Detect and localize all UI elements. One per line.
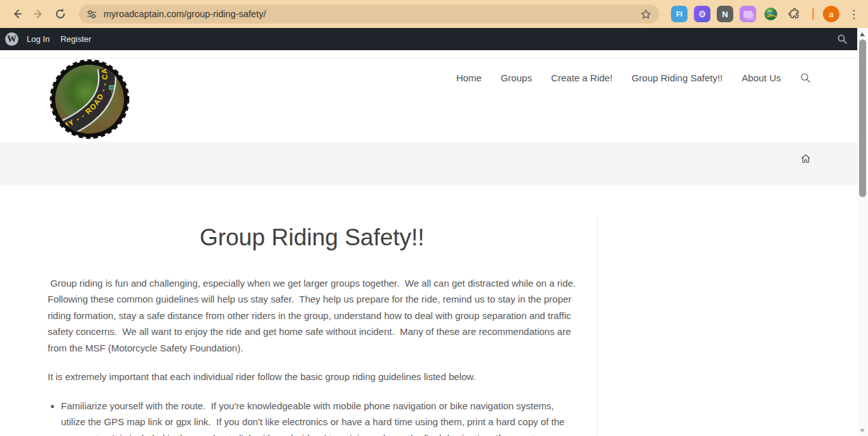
reload-button[interactable] <box>50 3 71 25</box>
breadcrumb-bar <box>0 142 868 185</box>
breadcrumb-home-link[interactable] <box>801 154 811 163</box>
scroll-up-arrow-icon[interactable] <box>860 32 865 36</box>
notion-icon: N <box>722 10 728 19</box>
extensions-area: FI ⚙ N a ⋮ <box>671 5 862 23</box>
guidelines-list: Familiarize yourself with the route. If … <box>48 398 576 436</box>
extension-download-manager[interactable] <box>763 6 779 22</box>
search-icon <box>800 72 811 83</box>
gear-icon: ⚙ <box>698 9 707 19</box>
sidebar <box>597 217 868 435</box>
globe-download-icon <box>763 6 778 22</box>
login-link[interactable]: Log In <box>27 34 50 44</box>
register-link[interactable]: Register <box>60 34 91 44</box>
back-button[interactable] <box>6 3 28 25</box>
site-search-button[interactable] <box>800 72 811 83</box>
importance-paragraph: It is extremely important that each indi… <box>48 369 576 385</box>
toolbar-divider <box>812 8 814 20</box>
extension-fonts-ninja[interactable]: FI <box>671 6 688 22</box>
forward-button[interactable] <box>28 3 50 25</box>
profile-initial: a <box>829 10 833 19</box>
browser-window: myroadcaptain.com/group-riding-safety/ F… <box>0 0 868 436</box>
admin-search-button[interactable] <box>837 34 848 44</box>
address-bar[interactable]: myroadcaptain.com/group-riding-safety/ <box>79 4 660 24</box>
puzzle-extensions-icon <box>787 7 801 21</box>
extensions-menu-button[interactable] <box>785 5 803 23</box>
reload-icon <box>54 8 67 20</box>
site-logo[interactable]: MY - - ROAD - - CAPTAIN <box>50 59 130 139</box>
article-content: Group Riding Safety!! Group riding is fu… <box>0 217 597 435</box>
site-header: MY - - ROAD - - CAPTAIN Home Groups Crea… <box>0 58 868 142</box>
main-navigation: Home Groups Create a Ride! Group Riding … <box>456 72 811 83</box>
scroll-down-arrow-icon[interactable] <box>860 429 865 433</box>
intro-paragraph: Group riding is fun and challenging, esp… <box>48 275 576 357</box>
browser-toolbar: myroadcaptain.com/group-riding-safety/ F… <box>0 0 868 28</box>
home-icon <box>801 154 811 163</box>
nav-item-about-us[interactable]: About Us <box>742 72 781 83</box>
extension-settings[interactable]: ⚙ <box>694 6 710 22</box>
url-text[interactable]: myroadcaptain.com/group-riding-safety/ <box>104 9 640 19</box>
forward-arrow-icon <box>32 8 45 20</box>
nav-item-create-a-ride[interactable]: Create a Ride! <box>551 72 613 83</box>
nav-item-group-riding-safety[interactable]: Group Riding Safety!! <box>632 72 722 83</box>
page-title: Group Riding Safety!! <box>48 224 576 252</box>
nav-item-groups[interactable]: Groups <box>501 72 532 83</box>
wp-admin-bar: W Log In Register <box>0 28 868 50</box>
wordpress-logo-icon[interactable]: W <box>5 32 18 46</box>
list-item: Familiarize yourself with the route. If … <box>61 398 576 436</box>
search-icon <box>837 34 848 44</box>
capture-tool-icon <box>743 11 752 18</box>
fonts-ninja-icon: FI <box>676 10 682 18</box>
page-scrollbar[interactable] <box>857 28 868 436</box>
extension-notion[interactable]: N <box>717 6 733 22</box>
profile-avatar[interactable]: a <box>823 6 839 22</box>
scrollbar-thumb[interactable] <box>859 39 866 197</box>
extension-capture-tool[interactable] <box>740 6 756 22</box>
site-settings-icon[interactable] <box>86 9 97 20</box>
back-arrow-icon <box>11 8 24 20</box>
nav-item-home[interactable]: Home <box>456 72 482 83</box>
main-area: Group Riding Safety!! Group riding is fu… <box>0 185 868 435</box>
browser-menu-button[interactable]: ⋮ <box>846 8 862 20</box>
bookmark-star-icon[interactable] <box>640 8 652 20</box>
